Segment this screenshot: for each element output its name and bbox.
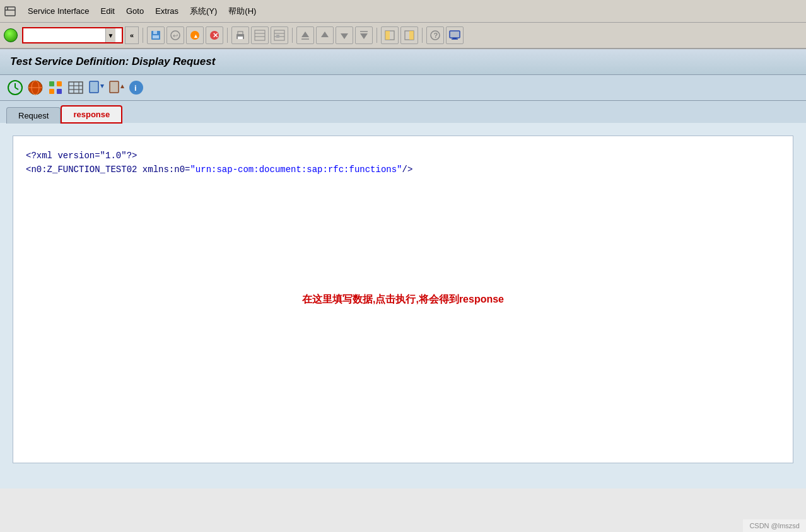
cancel-btn[interactable]: ✕ bbox=[206, 26, 223, 44]
svg-marker-24 bbox=[321, 32, 329, 37]
monitor-btn[interactable] bbox=[446, 26, 464, 44]
svg-rect-4 bbox=[153, 31, 157, 34]
settings-btn[interactable] bbox=[47, 79, 64, 96]
svg-rect-46 bbox=[57, 81, 62, 86]
separator-1 bbox=[143, 28, 143, 43]
xml-attr-value: "urn:sap-com:document:sap:rfc:functions" bbox=[190, 165, 402, 175]
separator-4 bbox=[377, 28, 377, 43]
svg-text:?: ? bbox=[434, 32, 438, 39]
table-btn[interactable] bbox=[67, 79, 85, 96]
svg-rect-48 bbox=[57, 89, 62, 94]
svg-marker-22 bbox=[301, 32, 309, 37]
menu-system[interactable]: 系统(Y) bbox=[185, 3, 222, 20]
undo-btn[interactable]: ↩ bbox=[166, 26, 184, 44]
hint-text: 在这里填写数据,点击执行,将会得到response bbox=[302, 293, 504, 306]
svg-rect-15 bbox=[255, 30, 265, 40]
svg-rect-21 bbox=[276, 35, 279, 38]
tab-container: Request response bbox=[0, 101, 806, 123]
app-icon bbox=[3, 4, 18, 19]
svg-marker-59 bbox=[120, 84, 124, 88]
content-area: <?xml version="1.0"?> <n0:Z_FUNCTION_TES… bbox=[0, 123, 806, 489]
tab-request[interactable]: Request bbox=[6, 107, 61, 124]
svg-marker-25 bbox=[341, 33, 348, 39]
export-btn[interactable] bbox=[107, 79, 125, 96]
svg-rect-47 bbox=[49, 89, 54, 94]
execute-btn[interactable] bbox=[6, 79, 24, 96]
nav-back-btn[interactable]: « bbox=[125, 26, 139, 44]
svg-text:✕: ✕ bbox=[213, 32, 218, 39]
stop-btn[interactable] bbox=[26, 79, 44, 96]
svg-marker-26 bbox=[360, 33, 368, 39]
xml-editor[interactable]: <?xml version="1.0"?> <n0:Z_FUNCTION_TES… bbox=[13, 136, 793, 463]
info-btn[interactable]: i bbox=[127, 79, 145, 96]
svg-rect-54 bbox=[90, 81, 98, 93]
layout1-btn[interactable] bbox=[381, 26, 399, 44]
xml-tag-end: /> bbox=[402, 165, 413, 175]
nav-down1-btn[interactable] bbox=[336, 26, 353, 44]
nav-up2-btn[interactable] bbox=[316, 26, 334, 44]
tab-response[interactable]: response bbox=[61, 105, 122, 124]
menu-edit[interactable]: Edit bbox=[96, 4, 120, 18]
xml-line-1: <?xml version="1.0"?> bbox=[26, 149, 780, 163]
print-btn[interactable] bbox=[231, 26, 249, 44]
search-box: ▼ bbox=[22, 27, 123, 43]
status-indicator bbox=[4, 28, 18, 42]
xml-tag-start: <n0:Z_FUNCTION_TEST02 xmlns:n0= bbox=[26, 165, 190, 175]
import-btn[interactable] bbox=[87, 79, 105, 96]
menubar: Service Interface Edit Goto Extras 系统(Y)… bbox=[0, 0, 806, 23]
xml-line-2: <n0:Z_FUNCTION_TEST02 xmlns:n0="urn:sap-… bbox=[26, 163, 780, 176]
separator-2 bbox=[227, 28, 228, 43]
footer: CSDN @lmszsd bbox=[743, 519, 806, 532]
svg-rect-45 bbox=[49, 81, 54, 86]
svg-line-40 bbox=[15, 88, 18, 90]
nav-up1-btn[interactable] bbox=[296, 26, 314, 44]
toolbar: ▼ « ↩ ▲ ✕ bbox=[0, 23, 806, 49]
svg-rect-31 bbox=[409, 31, 414, 40]
svg-rect-57 bbox=[110, 81, 119, 93]
svg-rect-5 bbox=[153, 35, 159, 38]
svg-rect-29 bbox=[385, 31, 390, 40]
layout2-btn[interactable] bbox=[400, 26, 418, 44]
search-dropdown-btn[interactable]: ▼ bbox=[105, 28, 115, 42]
svg-text:↩: ↩ bbox=[173, 32, 178, 39]
nav-down2-btn[interactable] bbox=[355, 26, 373, 44]
find1-btn[interactable] bbox=[251, 26, 269, 44]
footer-label: CSDN @lmszsd bbox=[749, 522, 800, 529]
separator-5 bbox=[422, 28, 423, 43]
find2-btn[interactable] bbox=[271, 26, 288, 44]
menu-goto[interactable]: Goto bbox=[121, 4, 149, 18]
svg-rect-49 bbox=[69, 82, 83, 93]
orange-btn[interactable]: ▲ bbox=[186, 26, 204, 44]
page-header: Test Service Definition: Display Request bbox=[0, 49, 806, 75]
svg-rect-35 bbox=[450, 31, 460, 38]
separator-3 bbox=[292, 28, 293, 43]
menu-service-interface[interactable]: Service Interface bbox=[23, 4, 95, 18]
menu-extras[interactable]: Extras bbox=[150, 4, 184, 18]
svg-rect-14 bbox=[238, 37, 243, 39]
search-input[interactable] bbox=[23, 30, 105, 42]
svg-text:i: i bbox=[134, 83, 137, 93]
svg-marker-56 bbox=[100, 84, 104, 88]
help-btn[interactable]: ? bbox=[426, 26, 444, 44]
inner-toolbar: i bbox=[0, 75, 806, 101]
svg-rect-0 bbox=[5, 7, 15, 16]
save-btn[interactable] bbox=[147, 26, 165, 44]
svg-text:▲: ▲ bbox=[193, 33, 199, 39]
page-title: Test Service Definition: Display Request bbox=[10, 55, 796, 68]
menu-help[interactable]: 帮助(H) bbox=[223, 3, 261, 20]
